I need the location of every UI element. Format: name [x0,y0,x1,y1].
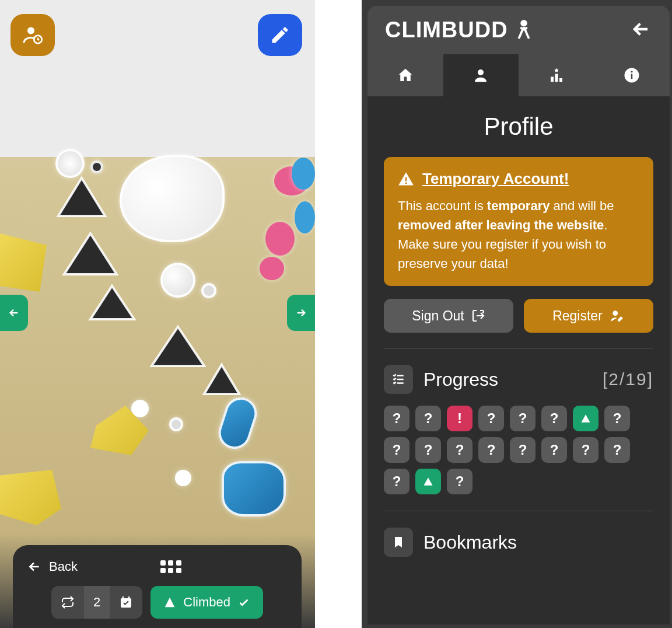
progress-tile[interactable]: ? [604,437,630,463]
progress-count: [2/19] [603,369,653,389]
progress-header: Progress [2/19] [384,365,653,394]
progress-tile[interactable]: ? [510,406,536,431]
hold-decor [295,201,315,233]
progress-tile[interactable]: ? [447,437,473,463]
info-icon [623,67,640,84]
mountain-icon [163,596,176,609]
svg-point-15 [631,71,633,72]
divider [384,348,653,348]
list-icon-button[interactable] [384,365,413,394]
leaderboard-icon [548,67,565,84]
calendar-check-icon [119,595,133,609]
sidebar-panel: CLIMBUDD Profile [362,0,672,628]
progress-tile[interactable] [415,469,441,494]
hold[interactable] [160,263,195,298]
progress-tile[interactable]: ? [478,406,504,431]
progress-tile[interactable]: ? [541,437,567,463]
progress-tile[interactable]: ? [541,406,567,431]
hold[interactable] [201,362,242,397]
hold[interactable] [55,149,85,178]
brand-logo: CLIMBUDD [385,18,536,43]
hold-decor [265,222,295,256]
hold[interactable] [175,470,191,486]
user-clock-icon [22,25,43,46]
svg-marker-2 [58,178,105,216]
progress-tile[interactable]: ? [478,437,504,463]
hold[interactable] [61,231,120,280]
hold[interactable] [222,461,286,517]
hold-decor [292,158,315,190]
repeat-icon [61,595,75,609]
climbed-button[interactable]: Climbed [150,586,263,619]
progress-tile[interactable]: ? [384,469,410,494]
arrow-right-icon [295,306,307,319]
progress-tile[interactable]: ? [384,406,410,431]
progress-tile[interactable]: ? [447,469,473,494]
bookmarks-icon-button[interactable] [384,528,413,557]
progress-tile[interactable]: ? [415,437,441,463]
progress-tile[interactable]: ? [573,437,598,463]
progress-grid: ??!?????????????? [384,406,653,494]
prev-route-button[interactable] [0,295,28,331]
grid-view-button[interactable] [160,560,181,573]
repeat-button[interactable] [51,586,84,619]
back-button[interactable]: Back [27,559,78,574]
signout-button[interactable]: Sign Out [384,299,513,333]
svg-marker-4 [90,286,134,319]
attempt-count: 2 [84,586,110,619]
brand-header: CLIMBUDD [368,6,670,54]
svg-rect-10 [551,77,554,82]
hold[interactable] [120,155,225,242]
tab-info[interactable] [594,54,670,96]
back-label: Back [49,559,78,574]
svg-marker-5 [152,327,204,366]
svg-point-0 [27,27,34,34]
svg-rect-14 [631,74,633,79]
signout-icon [471,309,485,323]
hold[interactable] [55,175,108,222]
tabs [368,54,670,96]
bookmarks-title: Bookmarks [424,532,653,553]
close-panel-button[interactable] [630,18,652,43]
tab-home[interactable] [368,54,443,96]
divider [384,511,653,511]
svg-point-18 [612,310,618,316]
warning-body: This account is temporary and will be re… [398,196,639,273]
home-icon [397,67,414,84]
user-icon [472,67,489,84]
register-button[interactable]: Register [524,299,653,333]
pencil-icon [270,25,290,46]
progress-tile[interactable] [573,406,598,431]
tab-profile[interactable] [443,54,519,96]
hold[interactable] [214,393,261,453]
progress-tile[interactable]: ? [604,406,630,431]
hold[interactable] [149,324,207,371]
progress-tile[interactable]: ? [384,437,410,463]
hold[interactable] [169,417,183,431]
climber-icon [512,18,536,43]
progress-tile[interactable]: ? [510,437,536,463]
next-route-button[interactable] [287,295,315,331]
progress-tile[interactable]: ? [415,406,441,431]
progress-tile[interactable]: ! [447,406,473,431]
list-check-icon [391,372,406,387]
svg-marker-3 [64,233,117,274]
check-icon [237,596,250,609]
svg-rect-16 [405,177,407,181]
user-edit-icon [610,308,625,323]
svg-point-9 [478,69,484,75]
hold[interactable] [90,161,103,173]
edit-button[interactable] [258,14,302,56]
svg-rect-12 [559,78,562,82]
hold[interactable] [201,283,216,298]
tab-leaderboard[interactable] [519,54,594,96]
progress-title: Progress [424,369,592,390]
date-button[interactable] [110,586,142,619]
hold[interactable] [88,283,137,324]
profile-panel: CLIMBUDD Profile [368,6,670,624]
hold-decor [260,257,284,280]
climbed-label: Climbed [183,595,230,610]
svg-rect-11 [555,74,558,82]
arrow-left-icon [8,306,20,319]
user-profile-button[interactable] [10,14,55,56]
